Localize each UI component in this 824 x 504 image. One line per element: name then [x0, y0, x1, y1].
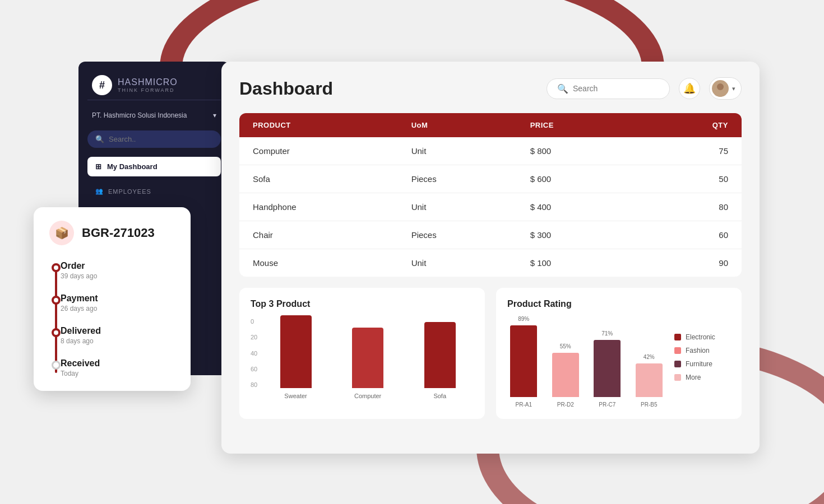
- legend-dot-furniture: [674, 361, 681, 367]
- cell-price: $ 800: [530, 146, 649, 156]
- rating-chart-card: Product Rating 89% PR-A1 55% PR-D2: [496, 288, 742, 419]
- header-right: 🔍 🔔 ▾: [547, 77, 742, 100]
- legend-dot-electronic: [674, 334, 681, 340]
- bar-chart-yaxis: 80 60 40 20 0: [251, 318, 257, 399]
- table-row: Chair Pieces $ 300 60: [239, 221, 742, 249]
- timeline-time-delivered: 8 days ago: [61, 337, 101, 345]
- rating-legend: Electronic Fashion Furniture More: [674, 318, 730, 408]
- cell-qty: 80: [649, 202, 728, 212]
- main-panel: Dashboard 🔍 🔔 ▾ PRODUCT UoM PRICE QTY: [221, 62, 760, 454]
- bell-icon: 🔔: [683, 82, 696, 95]
- cell-uom: Unit: [411, 202, 530, 212]
- header-search-box[interactable]: 🔍: [547, 78, 670, 99]
- timeline-label-payment: Payment: [61, 293, 98, 304]
- cell-uom: Unit: [411, 258, 530, 268]
- legend-item-more: More: [674, 374, 730, 381]
- company-selector[interactable]: PT. Hashmicro Solusi Indonesia ▾: [87, 109, 221, 122]
- sidebar-item-employees[interactable]: 👥 EMPLOYEES: [87, 185, 221, 197]
- rating-bars-area: 89% PR-A1 55% PR-D2 71% PR-C7: [507, 318, 665, 408]
- rating-bar-pr-c7-rect: [594, 340, 621, 397]
- timeline-label-order: Order: [61, 261, 97, 271]
- rating-value-pr-d2: 55%: [560, 343, 571, 349]
- cell-price: $ 600: [530, 174, 649, 184]
- sidebar-item-label-dashboard: My Dashboard: [107, 162, 158, 171]
- page-title: Dashboard: [239, 78, 333, 99]
- rating-bar-pr-d2: 55% PR-D2: [549, 343, 582, 408]
- timeline-line: [55, 265, 57, 373]
- timeline-label-delivered: Delivered: [61, 326, 101, 336]
- search-icon: 🔍: [557, 83, 568, 94]
- product-table: PRODUCT UoM PRICE QTY Computer Unit $ 80…: [239, 113, 742, 277]
- rating-value-pr-c7: 71%: [601, 330, 613, 337]
- table-row: Sofa Pieces $ 600 50: [239, 165, 742, 193]
- legend-label-furniture: Furniture: [686, 360, 712, 368]
- rating-label-pr-d2: PR-D2: [557, 402, 574, 408]
- timeline-time-received: Today: [61, 370, 100, 377]
- search-input[interactable]: [573, 84, 659, 93]
- sidebar-logo: # HASHMICRO THINK FORWARD: [87, 75, 221, 100]
- bar-sweater: Sweater: [262, 315, 330, 399]
- timeline-item-payment: Payment 26 days ago: [61, 293, 175, 312]
- sidebar-search-input[interactable]: [109, 135, 213, 143]
- cell-product: Chair: [253, 230, 411, 240]
- table-row: Handphone Unit $ 400 80: [239, 193, 742, 221]
- timeline-item-delivered: Delivered 8 days ago: [61, 326, 175, 345]
- sidebar-search-icon: 🔍: [95, 135, 104, 143]
- employees-icon: 👥: [95, 188, 104, 195]
- timeline-dot-delivered: [52, 328, 61, 337]
- bar-sweater-label: Sweater: [284, 393, 307, 399]
- avatar-dropdown-icon: ▾: [732, 85, 735, 92]
- col-price: PRICE: [530, 121, 649, 129]
- user-avatar-button[interactable]: ▾: [709, 77, 742, 100]
- logo-icon: #: [92, 75, 112, 95]
- svg-point-1: [715, 91, 726, 97]
- legend-label-fashion: Fashion: [686, 347, 710, 354]
- bar-sofa-label: Sofa: [433, 393, 446, 399]
- bar-sofa-rect: [424, 322, 456, 388]
- rating-bar-pr-b5: 42% PR-B5: [633, 354, 666, 408]
- cell-qty: 50: [649, 174, 728, 184]
- legend-item-electronic: Electronic: [674, 333, 730, 341]
- company-dropdown-icon: ▾: [213, 111, 216, 119]
- timeline-content-payment: Payment 26 days ago: [61, 293, 98, 312]
- top3-chart-title: Top 3 Product: [251, 299, 474, 309]
- cell-product: Sofa: [253, 174, 411, 184]
- legend-item-furniture: Furniture: [674, 360, 730, 368]
- legend-label-electronic: Electronic: [686, 333, 715, 341]
- cell-product: Handphone: [253, 202, 411, 212]
- timeline-time-order: 39 days ago: [61, 272, 97, 280]
- cell-qty: 60: [649, 230, 728, 240]
- bar-chart-bars: Sweater Computer Sofa: [262, 318, 474, 399]
- cell-price: $ 300: [530, 230, 649, 240]
- cell-product: Computer: [253, 146, 411, 156]
- timeline-item-order: Order 39 days ago: [61, 261, 175, 280]
- cell-uom: Pieces: [411, 174, 530, 184]
- company-name: PT. Hashmicro Solusi Indonesia: [92, 111, 187, 119]
- timeline-dot-order: [52, 263, 61, 272]
- cell-price: $ 400: [530, 202, 649, 212]
- bar-sweater-rect: [280, 315, 312, 388]
- cell-price: $ 100: [530, 258, 649, 268]
- timeline-dot-received: [52, 361, 61, 370]
- legend-dot-more: [674, 374, 681, 381]
- col-qty: QTY: [649, 121, 728, 129]
- logo-text: HASHMICRO THINK FORWARD: [118, 77, 178, 93]
- sidebar-search-box[interactable]: 🔍: [87, 130, 221, 148]
- rating-label-pr-c7: PR-C7: [599, 402, 615, 408]
- sidebar-item-dashboard[interactable]: ⊞ My Dashboard: [87, 157, 221, 176]
- timeline-label-received: Received: [61, 358, 100, 368]
- rating-label-pr-a1: PR-A1: [516, 402, 532, 408]
- panel-header: Dashboard 🔍 🔔 ▾: [239, 77, 742, 100]
- avatar: [712, 80, 729, 97]
- bar-computer-rect: [352, 328, 383, 388]
- rating-bar-pr-a1-rect: [510, 325, 537, 397]
- rating-bar-pr-c7: 71% PR-C7: [591, 330, 624, 408]
- rating-value-pr-b5: 42%: [644, 354, 655, 360]
- col-uom: UoM: [411, 121, 530, 129]
- svg-point-0: [717, 83, 724, 90]
- timeline-content-order: Order 39 days ago: [61, 261, 97, 280]
- timeline-content-received: Received Today: [61, 358, 100, 377]
- notification-button[interactable]: 🔔: [679, 78, 700, 99]
- cell-uom: Unit: [411, 146, 530, 156]
- cell-qty: 90: [649, 258, 728, 268]
